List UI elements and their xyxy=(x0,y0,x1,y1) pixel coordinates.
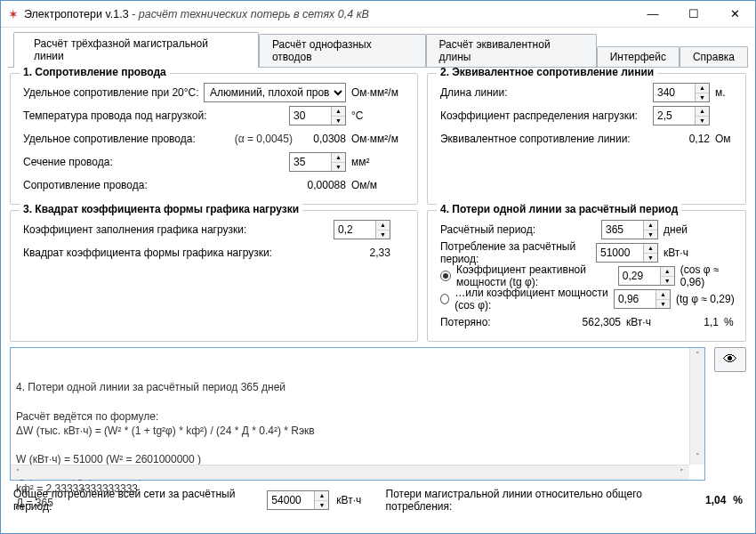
spin-cons[interactable]: ▲▼ xyxy=(596,243,658,263)
chevron-down-icon[interactable]: ▼ xyxy=(661,277,674,286)
radio-dot-icon xyxy=(440,271,451,281)
chevron-up-icon[interactable]: ▲ xyxy=(376,221,390,231)
minimize-button[interactable]: — xyxy=(632,1,673,28)
chevron-up-icon[interactable]: ▲ xyxy=(644,221,657,231)
spin-length[interactable]: ▲▼ xyxy=(653,83,710,102)
horizontal-scrollbar[interactable]: ˂ ˃ xyxy=(11,465,689,480)
input-length[interactable] xyxy=(654,84,695,101)
group-wire-resistance: 1. Сопротивление провода Удельное сопрот… xyxy=(10,73,418,205)
note-tg: (cos φ ≈ 0,96) xyxy=(675,263,736,288)
tab-content: 1. Сопротивление провода Удельное сопрот… xyxy=(1,68,755,533)
input-period[interactable] xyxy=(602,221,643,239)
chevron-down-icon[interactable]: ▼ xyxy=(696,93,709,102)
tabs: Расчёт трёхфазной магистральной линии Ра… xyxy=(1,28,755,67)
chevron-down-icon[interactable]: ▼ xyxy=(644,231,657,239)
eye-icon: 👁 xyxy=(723,352,737,368)
app-subtitle: - расчёт технических потерь в сетях 0,4 … xyxy=(132,8,369,20)
spin-temp[interactable]: ▲▼ xyxy=(289,106,346,125)
label-spec-res: Удельное сопротивление провода: xyxy=(23,133,214,145)
alpha-note: (α = 0,0045) xyxy=(214,133,293,145)
chevron-up-icon[interactable]: ▲ xyxy=(661,267,674,277)
spin-kfill[interactable]: ▲▼ xyxy=(334,220,390,239)
unit: Ом·мм²/м xyxy=(346,86,408,99)
close-button[interactable]: ✕ xyxy=(714,1,755,28)
label-temp: Температура провода под нагрузкой: xyxy=(23,109,289,122)
unit: кВт·ч xyxy=(621,316,665,328)
chevron-up-icon[interactable]: ▲ xyxy=(644,244,657,254)
group-title: 2. Эквивалентное сопротивление линии xyxy=(437,68,657,78)
chevron-down-icon[interactable]: ▼ xyxy=(644,254,657,263)
chevron-up-icon[interactable]: ▲ xyxy=(696,84,709,93)
vertical-scrollbar[interactable]: ˄ ˅ xyxy=(689,348,704,465)
chevron-down-icon[interactable]: ▼ xyxy=(696,117,709,125)
unit: °C xyxy=(346,109,408,122)
input-tg[interactable] xyxy=(619,267,660,285)
window-title: Электропотери v.1.3 - расчёт технических… xyxy=(24,8,369,20)
input-cos[interactable] xyxy=(615,290,655,308)
input-section[interactable] xyxy=(290,153,331,171)
view-button[interactable]: 👁 xyxy=(714,347,746,372)
spin-kdist[interactable]: ▲▼ xyxy=(653,106,710,125)
label-cos: …или коэффициент мощности (cos φ): xyxy=(454,287,614,312)
spin-tg[interactable]: ▲▼ xyxy=(618,266,675,286)
scroll-up-icon[interactable]: ˄ xyxy=(690,348,705,363)
unit: кВт·ч xyxy=(658,247,736,259)
tab-interface[interactable]: Интерфейс xyxy=(597,46,680,68)
spin-section[interactable]: ▲▼ xyxy=(289,152,346,172)
label-cons: Потребление за расчётный период: xyxy=(440,240,596,265)
select-material[interactable]: Алюминий, плохой прово xyxy=(204,83,346,102)
input-cons[interactable] xyxy=(597,244,643,262)
chevron-down-icon[interactable]: ▼ xyxy=(376,231,390,239)
spin-cos[interactable]: ▲▼ xyxy=(614,289,671,309)
group-title: 3. Квадрат коэффициента формы графика на… xyxy=(20,203,302,215)
label-section: Сечение провода: xyxy=(23,156,289,168)
label-spec-res-20: Удельное сопротивление при 20°C: xyxy=(23,86,204,99)
chevron-up-icon[interactable]: ▲ xyxy=(332,153,345,163)
radio-cos[interactable]: …или коэффициент мощности (cos φ): xyxy=(440,287,614,312)
scroll-down-icon[interactable]: ˅ xyxy=(690,449,705,465)
unit: % xyxy=(719,316,736,328)
unit: мм² xyxy=(346,156,408,168)
maximize-button[interactable]: ☐ xyxy=(673,1,714,28)
value-spec-res: 0,0308 xyxy=(293,133,346,145)
radio-dot-icon xyxy=(440,294,449,304)
scroll-left-icon[interactable]: ˂ xyxy=(11,465,26,481)
label-period: Расчётный период: xyxy=(440,223,601,236)
titlebar: ✶ Электропотери v.1.3 - расчёт техническ… xyxy=(1,1,755,28)
radio-tg[interactable]: Коэффициент реактивной мощности (tg φ): xyxy=(440,263,618,288)
chevron-up-icon[interactable]: ▲ xyxy=(332,107,345,117)
unit: Ом/м xyxy=(346,179,408,191)
unit: дней xyxy=(658,223,736,236)
label-eqres: Эквивалентное сопротивление линии: xyxy=(440,133,656,145)
chevron-up-icon[interactable]: ▲ xyxy=(656,290,670,300)
value-eqres: 0,12 xyxy=(656,133,710,145)
input-kfill[interactable] xyxy=(334,221,375,239)
chevron-down-icon[interactable]: ▼ xyxy=(656,300,670,309)
label-tg: Коэффициент реактивной мощности (tg φ): xyxy=(456,263,618,288)
tab-trunk-line[interactable]: Расчёт трёхфазной магистральной линии xyxy=(13,32,259,68)
chevron-down-icon[interactable]: ▼ xyxy=(332,117,345,125)
input-temp[interactable] xyxy=(290,107,331,125)
calculation-log[interactable]: 4. Потери одной линии за расчётный перио… xyxy=(10,347,705,481)
group-form-factor: 3. Квадрат коэффициента формы графика на… xyxy=(10,210,418,342)
scroll-right-icon[interactable]: ˃ xyxy=(674,465,689,481)
tab-eq-length[interactable]: Расчёт эквивалентной длины xyxy=(426,34,597,68)
chevron-up-icon[interactable]: ▲ xyxy=(696,107,709,117)
chevron-down-icon[interactable]: ▼ xyxy=(332,163,345,172)
group-eq-line-resistance: 2. Эквивалентное сопротивление линии Дли… xyxy=(427,73,746,205)
input-kdist[interactable] xyxy=(654,107,695,125)
value-ksq: 2,33 xyxy=(337,247,390,259)
unit: Ом·мм²/м xyxy=(346,133,408,145)
tab-single-phase[interactable]: Расчёт однофазных отводов xyxy=(259,34,426,68)
group-title: 4. Потери одной линии за расчётный перио… xyxy=(437,203,681,215)
group-line-loss: 4. Потери одной линии за расчётный перио… xyxy=(427,210,746,342)
app-window: ✶ Электропотери v.1.3 - расчёт техническ… xyxy=(0,0,756,534)
app-icon: ✶ xyxy=(8,7,19,21)
unit: м. xyxy=(710,86,736,99)
label-ksq: Квадрат коэффициента формы графика нагру… xyxy=(23,247,337,259)
label-length: Длина линии: xyxy=(440,86,653,99)
spin-period[interactable]: ▲▼ xyxy=(601,220,658,239)
tab-help[interactable]: Справка xyxy=(680,46,748,68)
value-loss-pct: 1,1 xyxy=(665,316,719,328)
unit: Ом xyxy=(710,133,736,145)
